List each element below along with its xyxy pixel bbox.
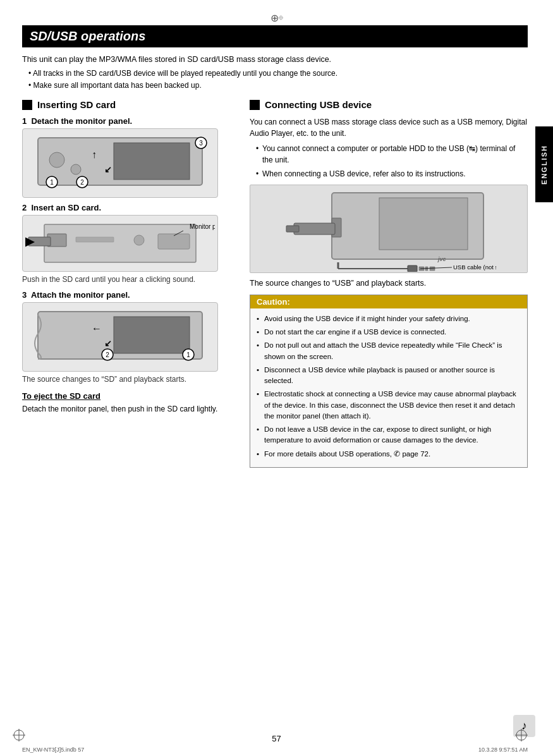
- step-3: 3 Attach the monitor panel. ← ↙: [22, 290, 237, 385]
- crosshair-top-icon: [270, 11, 283, 24]
- intro-main-text: This unit can play the MP3/WMA files sto…: [22, 54, 528, 66]
- left-column: Inserting SD card 1 Detach the monitor p…: [22, 99, 237, 468]
- svg-text:USB cable (not supplied): USB cable (not supplied): [453, 264, 496, 271]
- intro-bullet-1: • All tracks in the SD card/USB device w…: [28, 68, 528, 79]
- svg-text:Monitor panel: Monitor panel: [190, 223, 215, 230]
- usb-bullet-1: You cannot connect a computer or portabl…: [256, 143, 528, 166]
- page-title: SD/USB operations: [30, 29, 520, 44]
- svg-text:↑: ↑: [92, 149, 97, 160]
- step-3-subtext: The source changes to “SD” and playback …: [22, 374, 237, 385]
- svg-point-5: [49, 152, 64, 168]
- eject-section: To eject the SD card Detach the monitor …: [22, 391, 237, 415]
- connecting-usb-title: Connecting USB device: [265, 99, 372, 110]
- step-3-label: 3 Attach the monitor panel.: [22, 290, 237, 300]
- caution-item-1: Avoid using the USB device if it might h…: [257, 314, 521, 324]
- svg-text:1: 1: [186, 351, 190, 358]
- language-tab: ENGLISH: [535, 126, 553, 202]
- svg-text:↙: ↙: [104, 164, 112, 174]
- inserting-sd-card-heading: Inserting SD card: [22, 99, 237, 110]
- page: ENGLISH ♪ SD/USB operations This unit ca…: [0, 0, 553, 756]
- svg-point-20: [134, 235, 144, 245]
- svg-text:2: 2: [80, 179, 84, 186]
- step-2: 2 Insert an SD card. ▶: [22, 203, 237, 285]
- step-2-subtext: Push in the SD card until you hear a cli…: [22, 274, 237, 285]
- svg-rect-36: [286, 226, 299, 232]
- footer-left: EN_KW-NT3[J]5.indb 57: [22, 747, 84, 753]
- svg-rect-33: [379, 198, 468, 250]
- footer-right: 10.3.28 9:57:51 AM: [478, 747, 528, 753]
- svg-text:←: ←: [92, 323, 102, 334]
- step-2-image: ▶ Monitor panel: [22, 215, 218, 272]
- svg-rect-42: [430, 267, 435, 271]
- usb-connection-image: jvc USB cable (not supplied): [250, 185, 528, 273]
- language-tab-label: ENGLISH: [540, 145, 548, 185]
- caution-item-5: Electrostatic shock at connecting a USB …: [257, 389, 521, 422]
- eject-text: Detach the monitor panel, then push in t…: [22, 403, 237, 415]
- svg-point-6: [71, 164, 81, 174]
- svg-text:↙: ↙: [104, 338, 112, 348]
- usb-source-text: The source changes to “USB” and playback…: [250, 278, 528, 290]
- caution-item-7: For more details about USB operations, ✆…: [257, 449, 521, 460]
- step-1-image: ↑ ↙ 1 2 3: [22, 128, 218, 198]
- connecting-usb-heading: Connecting USB device: [250, 99, 528, 110]
- svg-rect-39: [408, 265, 417, 272]
- right-column: Connecting USB device You can connect a …: [250, 99, 528, 468]
- caution-box: Caution: Avoid using the USB device if i…: [250, 295, 528, 468]
- svg-rect-4: [114, 143, 190, 180]
- heading-box-icon: [22, 100, 32, 110]
- heading-box-icon-right: [250, 100, 260, 110]
- page-number: 57: [272, 734, 281, 743]
- step-3-image: ← ↙ 1 2: [22, 302, 218, 372]
- title-banner: SD/USB operations: [22, 25, 528, 47]
- usb-bullet-2: When connecting a USB device, refer also…: [256, 168, 528, 180]
- svg-text:▶: ▶: [25, 235, 35, 248]
- inserting-sd-card-title: Inserting SD card: [37, 99, 116, 110]
- eject-title: To eject the SD card: [22, 391, 237, 401]
- svg-rect-35: [294, 223, 335, 235]
- step-1: 1 Detach the monitor panel.: [22, 116, 237, 198]
- caution-header: Caution:: [250, 295, 527, 308]
- intro-bullet-2: • Make sure all important data has been …: [28, 80, 528, 91]
- crosshair-bottom-left-icon: [13, 729, 25, 743]
- caution-item-2: Do not start the car engine if a USB dev…: [257, 327, 521, 338]
- svg-text:1: 1: [50, 179, 54, 186]
- crosshair-bottom-right-icon: [515, 729, 528, 743]
- svg-text:2: 2: [106, 351, 109, 358]
- caution-item-4: Disconnect a USB device while playback i…: [257, 365, 521, 387]
- caution-item-3: Do not pull out and attach the USB devic…: [257, 340, 521, 362]
- svg-text:3: 3: [199, 140, 203, 147]
- svg-line-44: [420, 267, 452, 269]
- step-2-label: 2 Insert an SD card.: [22, 203, 237, 212]
- svg-rect-25: [114, 317, 190, 353]
- svg-rect-21: [158, 234, 190, 249]
- svg-text:jvc: jvc: [437, 256, 446, 262]
- usb-intro-text: You can connect a USB mass storage class…: [250, 116, 528, 139]
- two-column-layout: Inserting SD card 1 Detach the monitor p…: [22, 99, 528, 468]
- caution-content: Avoid using the USB device if it might h…: [250, 308, 527, 467]
- caution-item-6: Do not leave a USB device in the car, ex…: [257, 424, 521, 446]
- main-content: SD/USB operations This unit can play the…: [22, 25, 528, 731]
- step-1-label: 1 Detach the monitor panel.: [22, 116, 237, 126]
- svg-rect-19: [76, 237, 114, 242]
